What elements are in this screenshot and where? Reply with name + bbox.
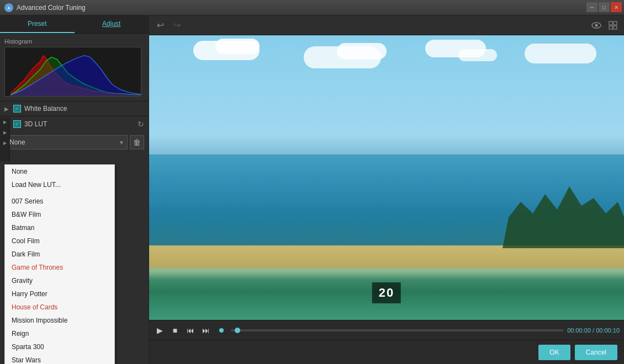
close-button[interactable]: ✕	[611, 2, 622, 12]
video-preview: 20	[149, 35, 624, 320]
lut-controls: None Load New LUT... 007 Series B&W Film…	[0, 132, 149, 153]
white-balance-chevron: ▶	[4, 106, 10, 112]
lut-header[interactable]: ▼ ✓ 3D LUT ↻	[0, 116, 149, 132]
svg-rect-7	[609, 22, 612, 25]
histogram-section: Histogram	[0, 34, 149, 101]
beach-area	[149, 245, 624, 267]
cloud-6	[458, 49, 497, 61]
lut-dropdown-menu: None Load New LUT... 007 Series B&W Film…	[4, 164, 115, 364]
progress-indicator	[235, 328, 240, 333]
dropdown-item-none[interactable]: None	[5, 165, 114, 178]
skip-back-button[interactable]: ⏮	[184, 324, 197, 336]
svg-text:A: A	[7, 6, 10, 10]
ok-button[interactable]: OK	[538, 345, 570, 360]
lut-refresh-icon[interactable]: ↻	[138, 120, 144, 129]
dropdown-item-sparta[interactable]: Sparta 300	[5, 340, 114, 354]
dropdown-item-bw[interactable]: B&W Film	[5, 208, 114, 221]
title-bar: A Advanced Color Tuning ─ □ ✕	[0, 0, 624, 15]
right-panel: ↩ ↪	[149, 15, 624, 364]
dropdown-item-hoc[interactable]: House of Cards	[5, 301, 114, 314]
dropdown-item-mi[interactable]: Mission Impossible	[5, 314, 114, 327]
svg-rect-10	[614, 26, 617, 29]
toolbar: ↩ ↪	[149, 15, 624, 35]
dropdown-item-dark[interactable]: Dark Film	[5, 248, 114, 261]
svg-point-6	[595, 24, 598, 26]
dropdown-item-reign[interactable]: Reign	[5, 327, 114, 340]
lut-select[interactable]: None Load New LUT... 007 Series B&W Film…	[4, 135, 128, 149]
histogram-canvas	[4, 47, 141, 97]
svg-point-11	[219, 328, 224, 333]
tab-preset[interactable]: Preset	[0, 15, 75, 33]
section-collapse-indicator-2: ▶	[3, 130, 7, 135]
white-balance-checkbox[interactable]: ✓	[13, 105, 21, 113]
lut-delete-button[interactable]: 🗑	[130, 135, 144, 149]
cloud-4	[337, 43, 387, 60]
collapsed-sections-bar: ▶ ▶ ▶	[0, 117, 10, 162]
svg-rect-8	[614, 22, 617, 25]
minimize-button[interactable]: ─	[586, 2, 597, 12]
dropdown-item-gravity[interactable]: Gravity	[5, 274, 114, 287]
dropdown-item-load[interactable]: Load New LUT...	[5, 178, 114, 191]
svg-rect-9	[609, 26, 612, 29]
window-controls: ─ □ ✕	[586, 2, 622, 12]
app-title: Advanced Color Tuning	[17, 4, 86, 12]
time-display: 00:00:00 / 00:00:10	[567, 327, 620, 334]
play-button[interactable]: ▶	[154, 324, 166, 336]
maximize-button[interactable]: □	[599, 2, 610, 12]
skip-forward-button[interactable]: ⏭	[200, 324, 212, 336]
action-bar: OK Cancel	[149, 340, 624, 364]
section-collapse-indicator-3: ▶	[3, 141, 7, 146]
histogram-label: Histogram	[4, 38, 144, 45]
lut-section: ▼ ✓ 3D LUT ↻ None Load New LUT... 007 Se…	[0, 116, 149, 153]
white-balance-header[interactable]: ▶ ✓ White Balance	[0, 101, 149, 116]
playback-bar: ▶ ■ ⏮ ⏭ 00:00:00 / 00:00:10	[149, 320, 624, 340]
dropdown-item-batman[interactable]: Batman	[5, 221, 114, 234]
tabs: Preset Adjust	[0, 15, 149, 34]
grid-button[interactable]	[606, 19, 620, 32]
cloud-7	[525, 44, 596, 63]
dropdown-item-starwars[interactable]: Star Wars	[5, 354, 114, 364]
histogram-chart	[5, 47, 141, 96]
cloud-2	[215, 39, 260, 54]
dropdown-item-harry[interactable]: Harry Potter	[5, 287, 114, 301]
white-balance-label: White Balance	[24, 105, 67, 113]
stop-button[interactable]: ■	[169, 324, 181, 336]
dropdown-item-007[interactable]: 007 Series	[5, 195, 114, 208]
undo-button[interactable]: ↩	[154, 19, 167, 32]
cancel-button[interactable]: Cancel	[575, 345, 617, 360]
frame-number-badge: 20	[372, 282, 401, 303]
white-balance-section: ▶ ✓ White Balance	[0, 101, 149, 116]
lut-label: 3D LUT	[24, 120, 47, 128]
tab-adjust[interactable]: Adjust	[75, 15, 149, 33]
section-collapse-indicator-1: ▶	[3, 120, 7, 125]
dropdown-item-got[interactable]: Game of Thrones	[5, 261, 114, 274]
progress-bar[interactable]	[231, 329, 564, 331]
main-layout: Preset Adjust Histogram	[0, 15, 624, 364]
redo-button[interactable]: ↪	[170, 19, 183, 32]
lut-checkbox[interactable]: ✓	[13, 120, 21, 128]
dropdown-item-cool[interactable]: Cool Film	[5, 234, 114, 248]
eye-button[interactable]	[590, 19, 603, 32]
app-icon: A	[4, 3, 13, 12]
lut-select-wrapper: None Load New LUT... 007 Series B&W Film…	[4, 135, 128, 149]
marker-button[interactable]	[215, 324, 228, 336]
left-panel: Preset Adjust Histogram	[0, 15, 149, 364]
